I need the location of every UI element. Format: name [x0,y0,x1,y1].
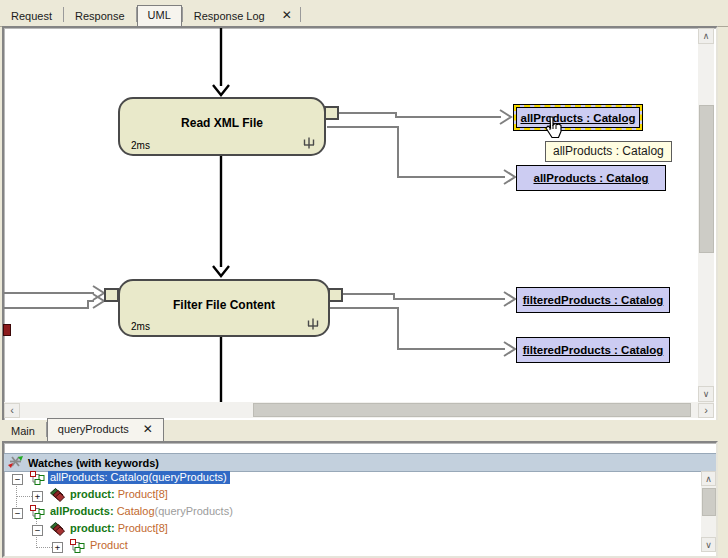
watches-panel: Watches (with keywords) − allProducts: C… [2,441,718,558]
product-icon [50,522,65,538]
product-icon [50,488,65,504]
object-node-allproducts-selected[interactable]: allProducts : Catalog [514,105,642,130]
hand-cursor-icon [543,116,562,142]
tree-row-label[interactable]: allProducts: Catalog(queryProducts) [48,505,236,518]
input-port[interactable] [104,288,119,302]
class-icon [70,539,85,555]
collapse-icon[interactable]: − [12,508,23,519]
watches-icon [8,454,23,471]
tab-response[interactable]: Response [64,7,136,26]
tab-main[interactable]: Main [0,422,46,441]
tree-row-label[interactable]: allProducts: Catalog(queryProducts) [48,471,230,484]
collapse-icon[interactable]: − [12,474,23,485]
activity-duration: 2ms [131,140,150,151]
class-icon [30,471,45,487]
watches-title: Watches (with keywords) [28,457,159,469]
close-tab-icon[interactable]: ✕ [276,6,300,26]
expand-icon[interactable]: + [52,542,63,553]
tree-row: + Product [4,538,694,555]
top-tab-bar: Request Response UML Response Log ✕ [0,0,728,27]
scroll-up-icon[interactable]: ∧ [701,471,716,486]
activity-filter-file-content[interactable]: Filter File Content 2ms [118,279,330,337]
scroll-up-icon[interactable]: ∧ [698,28,714,44]
tooltip: allProducts : Catalog [545,141,672,162]
tab-separator [300,7,301,22]
object-node-filteredproducts[interactable]: filteredProducts : Catalog [516,337,670,363]
activity-read-xml-file[interactable]: Read XML File 2ms [118,97,326,156]
activity-name: Read XML File [120,116,324,130]
object-node-label: allProducts : Catalog [533,172,648,184]
diagram-horizontal-scrollbar[interactable]: ‹ › [4,402,714,418]
uml-diagram-canvas[interactable] [2,26,718,424]
tab-label: queryProducts [58,423,129,435]
bottom-tab-bar: Main queryProducts ✕ [0,420,728,441]
tab-request[interactable]: Request [0,7,63,26]
tab-response-log[interactable]: Response Log [183,7,276,26]
scrollbar-thumb[interactable] [253,403,691,417]
fork-icon [306,317,320,332]
object-node-label: filteredProducts : Catalog [523,344,664,356]
scroll-right-icon[interactable]: › [698,403,714,418]
fork-icon [302,136,316,151]
class-icon [30,505,45,521]
tree-row: + product: Product[8] [4,487,694,504]
collapse-icon[interactable]: − [32,525,43,536]
close-tab-icon[interactable]: ✕ [143,422,153,436]
tree-row: − product: Product[8] [4,521,694,538]
activity-name: Filter File Content [120,298,328,312]
object-node-label: filteredProducts : Catalog [523,294,664,306]
scroll-down-icon[interactable]: ∨ [701,537,716,552]
tree-row-label[interactable]: product: Product[8] [68,488,171,501]
object-node-allproducts[interactable]: allProducts : Catalog [516,165,666,191]
output-port[interactable] [328,288,343,302]
scroll-down-icon[interactable]: ∨ [698,386,714,402]
watches-vertical-scrollbar[interactable]: ∧ ∨ [701,471,716,552]
tree-row: − allProducts: Catalog(queryProducts) [4,504,694,521]
activity-duration: 2ms [131,321,150,332]
tree-row-label[interactable]: Product [88,539,131,552]
object-node-filteredproducts[interactable]: filteredProducts : Catalog [516,287,670,313]
tab-uml[interactable]: UML [137,5,182,26]
app-window: Request Response UML Response Log ✕ Read… [0,0,728,558]
object-node-label: allProducts : Catalog [520,112,635,124]
scrollbar-thumb[interactable] [699,105,714,253]
expand-icon[interactable]: + [32,491,43,502]
diagram-vertical-scrollbar[interactable]: ∧ ∨ [698,28,714,402]
scrollbar-thumb[interactable] [702,488,716,516]
tree-row-label[interactable]: product: Product[8] [68,522,171,535]
tab-queryproducts[interactable]: queryProducts ✕ [47,418,164,441]
clipped-element-mark [3,324,11,336]
tree-row: − allProducts: Catalog(queryProducts) [4,470,694,487]
output-port[interactable] [324,106,339,120]
scroll-left-icon[interactable]: ‹ [4,403,20,418]
